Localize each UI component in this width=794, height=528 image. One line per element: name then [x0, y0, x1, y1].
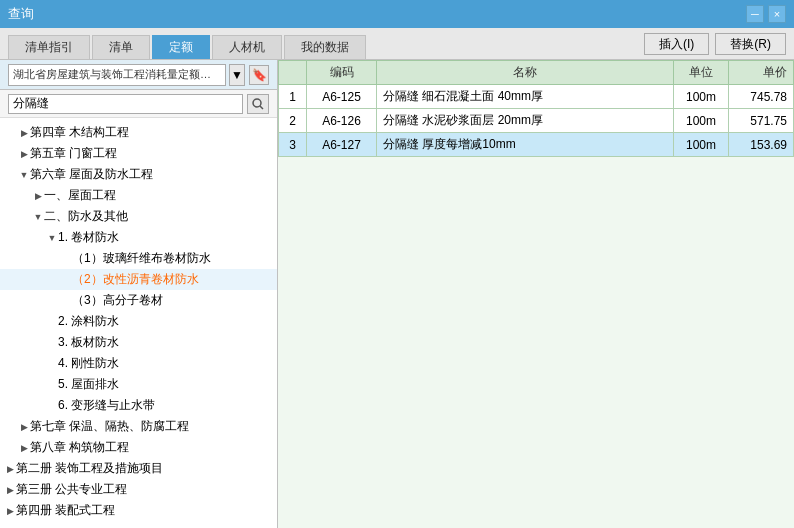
- tree-item-label: 第二册 装饰工程及措施项目: [16, 460, 273, 477]
- left-panel: 湖北省房屋建筑与装饰工程消耗量定额及全费率 ▼ 🔖 ▶第四章 木结构工程▶第五章…: [0, 60, 278, 528]
- replace-button[interactable]: 替换(R): [715, 33, 786, 55]
- search-bar: [0, 90, 277, 118]
- tree-arrow: ▶: [4, 505, 16, 517]
- tree-item[interactable]: ▶第五章 门窗工程: [0, 143, 277, 164]
- search-button[interactable]: [247, 94, 269, 114]
- col-header-unit: 单位: [674, 61, 729, 85]
- tree-item[interactable]: ▶第八章 构筑物工程: [0, 437, 277, 458]
- tree-arrow: ▼: [32, 211, 44, 223]
- tab-qingdan[interactable]: 清单: [92, 35, 150, 59]
- cell-code: A6-127: [307, 133, 377, 157]
- table-row[interactable]: 1A6-125分隔缝 细石混凝土面 40mm厚100m745.78: [279, 85, 794, 109]
- tree-item[interactable]: 2. 涂料防水: [0, 311, 277, 332]
- cell-unit: 100m: [674, 109, 729, 133]
- tree-item-label: 第五章 门窗工程: [30, 145, 273, 162]
- tree-container[interactable]: ▶第四章 木结构工程▶第五章 门窗工程▼第六章 屋面及防水工程▶一、屋面工程▼二…: [0, 118, 277, 528]
- tree-item-label: 第八章 构筑物工程: [30, 439, 273, 456]
- tree-item[interactable]: ▼二、防水及其他: [0, 206, 277, 227]
- tree-item[interactable]: 4. 刚性防水: [0, 353, 277, 374]
- tree-arrow: [46, 358, 58, 370]
- library-dropdown-arrow[interactable]: ▼: [229, 64, 245, 86]
- cell-price: 745.78: [729, 85, 794, 109]
- tree-item[interactable]: ▶第四册 装配式工程: [0, 500, 277, 521]
- tab-dinge[interactable]: 定额: [152, 35, 210, 59]
- tree-item[interactable]: ▶第二册 装饰工程及措施项目: [0, 458, 277, 479]
- tree-arrow: ▶: [32, 190, 44, 202]
- cell-unit: 100m: [674, 133, 729, 157]
- tree-item[interactable]: ▶一、屋面工程: [0, 185, 277, 206]
- library-dropdown[interactable]: 湖北省房屋建筑与装饰工程消耗量定额及全费率: [8, 64, 226, 86]
- cell-num: 2: [279, 109, 307, 133]
- cell-price: 153.69: [729, 133, 794, 157]
- tree-item-label: 第三册 公共专业工程: [16, 481, 273, 498]
- tab-wode-shuju[interactable]: 我的数据: [284, 35, 366, 59]
- tree-item[interactable]: ▶第四章 木结构工程: [0, 122, 277, 143]
- svg-point-0: [253, 99, 261, 107]
- tree-arrow: ▶: [18, 148, 30, 160]
- right-panel: 编码 名称 单位 单价 1A6-125分隔缝 细石混凝土面 40mm厚100m7…: [278, 60, 794, 528]
- tree-item[interactable]: （3）高分子卷材: [0, 290, 277, 311]
- tree-arrow: [46, 379, 58, 391]
- tree-arrow: [46, 316, 58, 328]
- header-buttons: 插入(I) 替换(R): [644, 33, 786, 59]
- tree-item-label: 第四册 装配式工程: [16, 502, 273, 519]
- tree-item-label: 2. 涂料防水: [58, 313, 273, 330]
- library-dropdown-text: 湖北省房屋建筑与装饰工程消耗量定额及全费率: [13, 67, 221, 82]
- cell-code: A6-126: [307, 109, 377, 133]
- tree-item[interactable]: ▼1. 卷材防水: [0, 227, 277, 248]
- tree-arrow: [60, 274, 72, 286]
- tree-item-label: 第七章 保温、隔热、防腐工程: [30, 418, 273, 435]
- tree-arrow: ▶: [18, 127, 30, 139]
- svg-line-1: [260, 106, 263, 109]
- tree-item[interactable]: ▶第三册 公共专业工程: [0, 479, 277, 500]
- tree-item[interactable]: 5. 屋面排水: [0, 374, 277, 395]
- cell-name: 分隔缝 水泥砂浆面层 20mm厚: [377, 109, 674, 133]
- tree-item-label: （2）改性沥青卷材防水: [72, 271, 273, 288]
- close-button[interactable]: ×: [768, 5, 786, 23]
- tree-arrow: [46, 400, 58, 412]
- tree-arrow: [46, 337, 58, 349]
- cell-price: 571.75: [729, 109, 794, 133]
- cell-unit: 100m: [674, 85, 729, 109]
- table-row[interactable]: 3A6-127分隔缝 厚度每增减10mm100m153.69: [279, 133, 794, 157]
- tree-item[interactable]: 6. 变形缝与止水带: [0, 395, 277, 416]
- tab-qingdan-zhiyin[interactable]: 清单指引: [8, 35, 90, 59]
- tree-arrow: [60, 295, 72, 307]
- tree-item-label: 6. 变形缝与止水带: [58, 397, 273, 414]
- cell-name: 分隔缝 细石混凝土面 40mm厚: [377, 85, 674, 109]
- tree-item-label: （3）高分子卷材: [72, 292, 273, 309]
- tab-rencaiji[interactable]: 人材机: [212, 35, 282, 59]
- minimize-button[interactable]: ─: [746, 5, 764, 23]
- title-bar-text: 查询: [8, 5, 34, 23]
- tree-item[interactable]: （2）改性沥青卷材防水: [0, 269, 277, 290]
- tree-arrow: ▶: [4, 484, 16, 496]
- tree-item-label: （1）玻璃纤维布卷材防水: [72, 250, 273, 267]
- search-icon: [252, 98, 264, 110]
- search-input[interactable]: [8, 94, 243, 114]
- col-header-price: 单价: [729, 61, 794, 85]
- tree-arrow: ▶: [18, 442, 30, 454]
- tree-item[interactable]: 3. 板材防水: [0, 332, 277, 353]
- title-bar-controls: ─ ×: [746, 5, 786, 23]
- tree-item[interactable]: ▼第六章 屋面及防水工程: [0, 164, 277, 185]
- data-table: 编码 名称 单位 单价 1A6-125分隔缝 细石混凝土面 40mm厚100m7…: [278, 60, 794, 157]
- tree-item-label: 一、屋面工程: [44, 187, 273, 204]
- cell-num: 1: [279, 85, 307, 109]
- tree-item-label: 第四章 木结构工程: [30, 124, 273, 141]
- col-header-num: [279, 61, 307, 85]
- tree-arrow: ▶: [18, 421, 30, 433]
- tree-arrow: [60, 253, 72, 265]
- tree-arrow: ▶: [4, 463, 16, 475]
- tree-item[interactable]: ▶第七章 保温、隔热、防腐工程: [0, 416, 277, 437]
- title-bar: 查询 ─ ×: [0, 0, 794, 28]
- tab-bar: 清单指引 清单 定额 人材机 我的数据 插入(I) 替换(R): [0, 28, 794, 60]
- tree-arrow: ▼: [46, 232, 58, 244]
- tree-item[interactable]: （1）玻璃纤维布卷材防水: [0, 248, 277, 269]
- tree-item-label: 3. 板材防水: [58, 334, 273, 351]
- tree-item-label: 5. 屋面排水: [58, 376, 273, 393]
- table-row[interactable]: 2A6-126分隔缝 水泥砂浆面层 20mm厚100m571.75: [279, 109, 794, 133]
- tree-arrow: ▼: [18, 169, 30, 181]
- left-toolbar: 湖北省房屋建筑与装饰工程消耗量定额及全费率 ▼ 🔖: [0, 60, 277, 90]
- insert-button[interactable]: 插入(I): [644, 33, 709, 55]
- bookmark-icon[interactable]: 🔖: [249, 65, 269, 85]
